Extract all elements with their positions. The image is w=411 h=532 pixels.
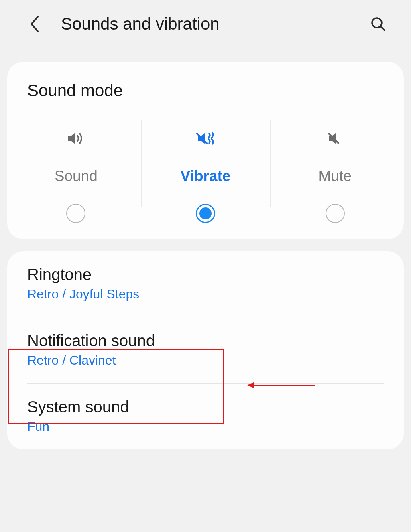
divider <box>141 120 142 207</box>
sound-mode-options: Sound Vibrate <box>7 104 404 239</box>
sound-mode-label: Sound <box>55 168 98 185</box>
back-button[interactable] <box>26 15 43 33</box>
sound-icon <box>66 128 86 148</box>
vibrate-icon <box>195 128 216 148</box>
sound-mode-card: Sound mode Sound <box>7 62 404 239</box>
notification-sound-item[interactable]: Notification sound Retro / Clavinet <box>7 317 404 383</box>
app-header: Sounds and vibration <box>0 0 411 48</box>
sound-mode-title: Sound mode <box>7 62 404 104</box>
vibrate-mode-label: Vibrate <box>181 168 231 185</box>
radio-selected-indicator <box>199 207 212 219</box>
sound-mode-mute[interactable]: Mute <box>270 128 400 223</box>
search-icon <box>370 16 386 32</box>
back-icon <box>29 15 40 33</box>
mute-mode-label: Mute <box>319 168 352 185</box>
sound-settings-card: Ringtone Retro / Joyful Steps Notificati… <box>7 251 404 449</box>
page-title: Sounds and vibration <box>61 14 369 34</box>
system-sound-title: System sound <box>27 398 384 416</box>
vibrate-radio[interactable] <box>196 204 215 223</box>
sound-mode-vibrate[interactable]: Vibrate <box>141 128 271 223</box>
search-button[interactable] <box>369 15 387 33</box>
system-sound-subtitle: Fun <box>27 419 384 434</box>
sound-radio[interactable] <box>66 204 85 223</box>
mute-icon <box>325 128 345 148</box>
ringtone-title: Ringtone <box>27 266 384 284</box>
mute-radio[interactable] <box>326 204 345 223</box>
ringtone-item[interactable]: Ringtone Retro / Joyful Steps <box>7 251 404 317</box>
divider <box>270 120 271 207</box>
system-sound-item[interactable]: System sound Fun <box>7 384 404 449</box>
notification-sound-title: Notification sound <box>27 332 384 350</box>
notification-sound-subtitle: Retro / Clavinet <box>27 353 384 368</box>
ringtone-subtitle: Retro / Joyful Steps <box>27 287 384 302</box>
sound-mode-sound[interactable]: Sound <box>11 128 141 223</box>
